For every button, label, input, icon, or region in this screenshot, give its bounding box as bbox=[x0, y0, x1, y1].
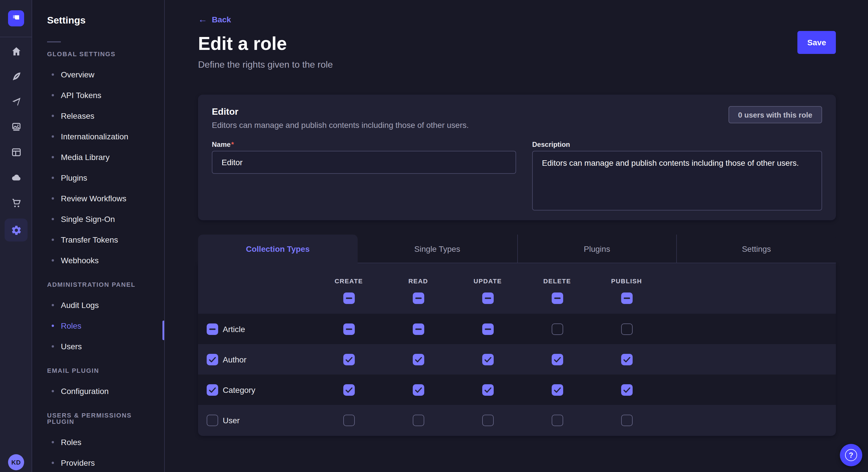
checkbox-checked[interactable] bbox=[207, 353, 218, 365]
checkbox-checked[interactable] bbox=[412, 384, 424, 396]
subnav-item-users[interactable]: Users bbox=[47, 341, 153, 352]
checkbox-indeterminate[interactable] bbox=[207, 323, 218, 335]
checkbox-checked[interactable] bbox=[343, 384, 354, 396]
checkbox-indeterminate[interactable] bbox=[621, 293, 632, 304]
checkbox-indeterminate[interactable] bbox=[343, 323, 354, 335]
nav-media-images-icon[interactable] bbox=[5, 116, 28, 137]
subnav-section-label: GLOBAL SETTINGS bbox=[47, 51, 153, 57]
subnav-item-label: Media Library bbox=[61, 151, 110, 163]
checkbox-unchecked[interactable] bbox=[551, 414, 563, 426]
subnav-item-configuration[interactable]: Configuration bbox=[47, 385, 153, 397]
role-card-description: Editors can manage and publish contents … bbox=[212, 120, 469, 130]
nav-send-plane-icon[interactable] bbox=[5, 91, 28, 112]
checkbox-indeterminate[interactable] bbox=[412, 323, 424, 335]
user-avatar[interactable]: KD bbox=[8, 454, 24, 470]
subnav-item-webhooks[interactable]: Webhooks bbox=[47, 255, 153, 266]
subnav-item-single-sign-on[interactable]: Single Sign-On bbox=[47, 213, 153, 225]
checkbox-checked[interactable] bbox=[207, 384, 218, 396]
bullet-icon bbox=[52, 115, 54, 117]
role-name-input[interactable] bbox=[212, 151, 516, 174]
subnav-item-releases[interactable]: Releases bbox=[47, 110, 153, 122]
column-header-publish: PUBLISH bbox=[592, 278, 661, 304]
checkbox-checked[interactable] bbox=[551, 353, 563, 365]
bullet-icon bbox=[52, 259, 54, 262]
checkbox-unchecked[interactable] bbox=[482, 414, 493, 426]
checkbox-checked[interactable] bbox=[482, 353, 493, 365]
help-button[interactable]: ? bbox=[840, 444, 862, 466]
subnav-item-overview[interactable]: Overview bbox=[47, 69, 153, 80]
column-label: READ bbox=[408, 278, 428, 284]
subnav-title: Settings bbox=[47, 15, 153, 26]
checkbox-unchecked[interactable] bbox=[412, 414, 424, 426]
checkbox-indeterminate[interactable] bbox=[482, 293, 493, 304]
role-card-title: Editor bbox=[212, 106, 469, 117]
subnav-item-providers[interactable]: Providers bbox=[47, 457, 153, 469]
checkbox-checked[interactable] bbox=[482, 384, 493, 396]
tab-settings[interactable]: Settings bbox=[677, 235, 836, 263]
subnav-item-label: Configuration bbox=[61, 385, 109, 397]
nav-settings-gear-icon[interactable] bbox=[5, 218, 28, 241]
checkbox-unchecked[interactable] bbox=[551, 323, 563, 335]
back-link[interactable]: ← Back bbox=[198, 14, 836, 25]
tab-plugins[interactable]: Plugins bbox=[517, 235, 677, 263]
subnav-item-media-library[interactable]: Media Library bbox=[47, 151, 153, 163]
subnav-item-label: Audit Logs bbox=[61, 299, 99, 311]
role-description-textarea[interactable] bbox=[532, 151, 822, 210]
subnav-item-api-tokens[interactable]: API Tokens bbox=[47, 90, 153, 101]
permissions-tabs: Collection TypesSingle TypesPluginsSetti… bbox=[198, 235, 836, 263]
home-icon bbox=[11, 45, 22, 57]
column-header-create: CREATE bbox=[314, 278, 383, 304]
subnav-item-label: Overview bbox=[61, 69, 94, 80]
checkbox-indeterminate[interactable] bbox=[412, 293, 424, 304]
bullet-icon bbox=[52, 218, 54, 220]
checkbox-indeterminate[interactable] bbox=[343, 293, 354, 304]
bullet-icon bbox=[52, 239, 54, 241]
strapi-logo[interactable] bbox=[8, 10, 24, 26]
subnav-section-label: EMAIL PLUGIN bbox=[47, 368, 153, 374]
nav-home-icon[interactable] bbox=[5, 41, 28, 61]
tab-collection-types[interactable]: Collection Types bbox=[198, 235, 358, 263]
bullet-icon bbox=[52, 135, 54, 138]
column-header-update: UPDATE bbox=[453, 278, 522, 304]
nav-content-builder-feather-icon[interactable] bbox=[5, 66, 28, 87]
subnav-item-roles[interactable]: Roles bbox=[47, 320, 153, 332]
subnav-section-label: ADMINISTRATION PANEL bbox=[47, 281, 153, 288]
permission-row-article: Article bbox=[198, 314, 836, 344]
checkbox-checked[interactable] bbox=[551, 384, 563, 396]
checkbox-checked[interactable] bbox=[621, 353, 632, 365]
nav-cloud-icon[interactable] bbox=[5, 167, 28, 188]
nav-marketplace-cart-icon[interactable] bbox=[5, 192, 28, 213]
subnav-item-label: Providers bbox=[61, 457, 95, 469]
subnav-item-label: Releases bbox=[61, 110, 94, 122]
subnav-item-internationalization[interactable]: Internationalization bbox=[47, 131, 153, 142]
checkbox-indeterminate[interactable] bbox=[482, 323, 493, 335]
subnav-item-review-workflows[interactable]: Review Workflows bbox=[47, 193, 153, 204]
checkbox-unchecked[interactable] bbox=[343, 414, 354, 426]
tab-single-types[interactable]: Single Types bbox=[358, 235, 517, 263]
description-field-label: Description bbox=[532, 140, 822, 148]
column-header-read: READ bbox=[383, 278, 453, 304]
subnav-item-audit-logs[interactable]: Audit Logs bbox=[47, 299, 153, 311]
back-arrow-icon: ← bbox=[198, 15, 207, 24]
page-title: Edit a role bbox=[198, 32, 836, 55]
save-button[interactable]: Save bbox=[798, 31, 836, 54]
subnav-item-transfer-tokens[interactable]: Transfer Tokens bbox=[47, 234, 153, 245]
checkbox-checked[interactable] bbox=[621, 384, 632, 396]
column-label: PUBLISH bbox=[611, 278, 642, 284]
checkbox-checked[interactable] bbox=[343, 353, 354, 365]
subnav-item-plugins[interactable]: Plugins bbox=[47, 172, 153, 183]
checkbox-indeterminate[interactable] bbox=[551, 293, 563, 304]
app-window: KD Settings GLOBAL SETTINGSOverviewAPI T… bbox=[0, 0, 868, 472]
subnav-item-roles[interactable]: Roles bbox=[47, 436, 153, 448]
permission-row-author: Author bbox=[198, 344, 836, 374]
subnav-item-label: Plugins bbox=[61, 172, 87, 183]
checkbox-unchecked[interactable] bbox=[207, 414, 218, 426]
name-field-label: Name* bbox=[212, 140, 516, 148]
checkbox-unchecked[interactable] bbox=[621, 414, 632, 426]
settings-subnav: Settings GLOBAL SETTINGSOverviewAPI Toke… bbox=[32, 0, 165, 472]
checkbox-unchecked[interactable] bbox=[621, 323, 632, 335]
users-with-role-badge[interactable]: 0 users with this role bbox=[728, 106, 822, 123]
checkbox-checked[interactable] bbox=[412, 353, 424, 365]
nav-content-layout-icon[interactable] bbox=[5, 142, 28, 162]
column-header-delete: DELETE bbox=[522, 278, 592, 304]
